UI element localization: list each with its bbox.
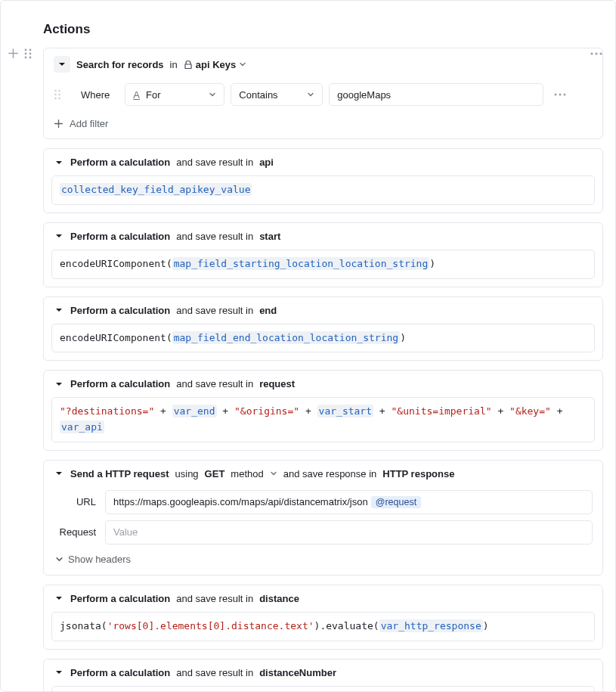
chevron-down-icon [55,555,63,563]
action-title-rest: and save result in [176,305,253,316]
code-editor[interactable]: collected_key_field_apikey_value [51,175,595,205]
add-filter-label: Add filter [70,118,108,129]
lock-icon [184,60,193,70]
code-editor[interactable]: encodeURIComponent(map_field_end_locatio… [51,324,595,353]
gutter-controls [8,48,33,59]
code-fn-token: evaluate [326,620,373,631]
code-str-token: "&origins=" [234,405,299,417]
collapse-toggle[interactable] [54,380,64,388]
svg-point-5 [29,56,32,58]
code-var-token: var_end [172,405,217,417]
action-title-rest: and save result in [176,157,253,168]
code-var-token: map_field_starting_location_location_str… [172,257,430,270]
url-variable-chip: @request [371,496,421,508]
code-str-token: "&units=imperial" [392,405,492,417]
action-card-calc-end: Perform a calculation and save result in… [43,296,603,362]
code-fn-token: encodeURIComponent [60,258,166,269]
code-str-token: "?destinations=" [60,405,154,417]
http-and-save: and save response in [283,468,377,479]
result-var: distance [259,593,299,604]
result-var: end [259,305,277,316]
code-str-token: "&key=" [509,405,551,417]
svg-point-12 [58,94,60,95]
show-headers-toggle[interactable]: Show headers [54,551,131,565]
action-card-search: Search for records in api Keys Where A F… [43,48,603,139]
action-title: Perform a calculation [70,667,170,678]
action-card-calc-api: Perform a calculation and save result in… [43,148,603,213]
code-var-token: collected_key_field_apikey_value [60,183,252,196]
where-label: Where [67,89,119,101]
code-editor[interactable]: parseInt(var_distance.split(" ")[0], 10) [51,686,595,692]
operator-select-value: Contains [239,89,277,101]
row-drag-icon[interactable] [54,89,61,100]
card-more-icon[interactable] [590,48,603,60]
result-var: distanceNumber [259,667,336,678]
http-using: using [175,468,199,479]
svg-point-7 [595,52,597,54]
svg-point-0 [25,48,27,51]
text-type-icon: A [133,89,140,101]
add-action-icon[interactable] [8,48,19,59]
chevron-down-icon[interactable] [270,470,277,477]
http-method: GET [205,468,225,479]
collapse-toggle[interactable] [54,159,64,166]
add-filter-button[interactable]: Add filter [44,113,118,138]
action-title: Perform a calculation [70,305,170,316]
action-title: Perform a calculation [70,593,170,604]
code-fn-token: encodeURIComponent [60,332,166,343]
url-label: URL [54,496,96,507]
action-title: Perform a calculation [70,378,170,389]
request-body-input[interactable]: Value [105,520,593,545]
request-placeholder: Value [113,526,138,538]
action-title-rest: and save result in [176,231,253,242]
svg-point-6 [590,52,593,54]
code-var-token: var_start [317,405,373,417]
svg-point-1 [29,48,32,51]
action-title-rest: and save result in [176,378,253,389]
code-editor[interactable]: jsonata('rows[0].elements[0].distance.te… [51,612,595,641]
action-card-calc-distance-number: Perform a calculation and save result in… [43,659,603,692]
collapse-toggle[interactable] [54,306,64,314]
action-title-rest: and save result in [176,593,253,604]
drag-handle-icon[interactable] [23,48,33,59]
action-title: Send a HTTP request [70,468,169,479]
url-input[interactable]: https://maps.googleapis.com/maps/api/dis… [105,490,593,514]
svg-point-2 [25,52,27,54]
svg-point-17 [564,94,566,96]
url-value-text: https://maps.googleapis.com/maps/api/dis… [113,496,368,507]
http-method-word: method [231,468,263,479]
table-name: api Keys [196,59,236,70]
filter-value-input[interactable] [329,83,543,106]
action-title: Search for records [76,59,164,70]
section-heading: Actions [1,1,615,48]
svg-point-4 [25,56,27,58]
collapse-toggle[interactable] [54,669,64,676]
field-select[interactable]: A For [125,83,224,106]
result-var: request [259,378,295,389]
collapse-toggle[interactable] [54,232,64,240]
show-headers-label: Show headers [68,554,131,565]
action-title: Perform a calculation [70,231,170,242]
collapse-toggle[interactable] [54,470,64,477]
svg-point-8 [599,52,602,54]
code-var-token: map_field_end_location_location_string [172,331,400,344]
code-var-token: var_http_response [379,619,483,632]
chevron-down-icon [307,91,314,98]
action-title: Perform a calculation [70,157,170,168]
action-title-rest: and save result in [176,667,253,678]
svg-point-15 [555,94,557,96]
operator-select[interactable]: Contains [231,83,323,106]
svg-point-9 [54,90,56,92]
table-chip[interactable]: api Keys [184,59,246,70]
code-fn-token: jsonata [60,620,101,631]
code-str-token: 'rows[0].elements[0].distance.text' [107,620,314,631]
svg-point-11 [54,94,56,95]
collapse-toggle[interactable] [54,56,70,73]
filter-more-icon[interactable] [554,93,566,96]
code-editor[interactable]: encodeURIComponent(map_field_starting_lo… [51,250,595,279]
code-editor[interactable]: "?destinations=" + var_end + "&origins="… [51,397,595,442]
action-card-calc-start: Perform a calculation and save result in… [43,222,603,287]
http-resp-var: HTTP response [382,468,454,479]
action-card-calc-request: Perform a calculation and save result in… [43,370,603,451]
collapse-toggle[interactable] [54,594,64,602]
